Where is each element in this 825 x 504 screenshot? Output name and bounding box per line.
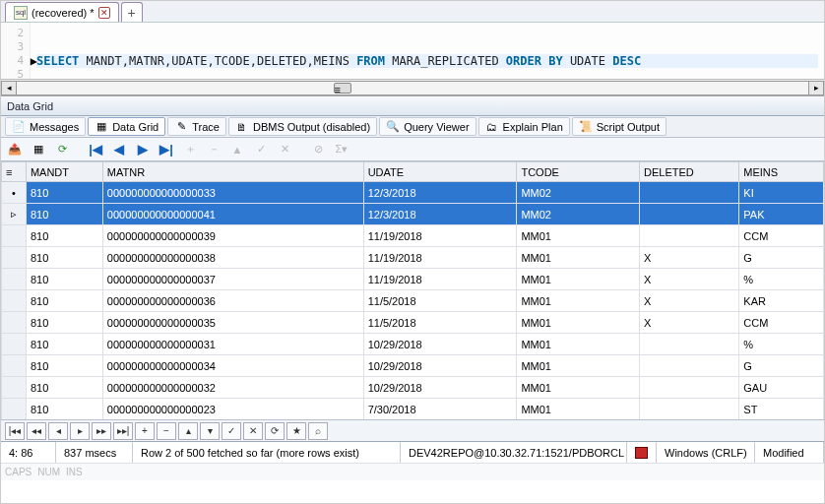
- cell-matnr[interactable]: 000000000000000023: [102, 399, 363, 420]
- last-record-icon[interactable]: ▶|: [157, 140, 176, 159]
- cell-matnr[interactable]: 000000000000000038: [102, 247, 363, 269]
- table-row[interactable]: 81000000000000000003410/29/2018MM01G: [2, 355, 824, 377]
- cell-meins[interactable]: G: [739, 247, 824, 269]
- cell-meins[interactable]: %: [739, 334, 824, 355]
- cell-mandt[interactable]: 810: [26, 247, 102, 269]
- editor-hscroll[interactable]: ◂ ≡ ▸: [1, 80, 824, 96]
- close-icon[interactable]: ✕: [98, 7, 110, 19]
- cell-deleted[interactable]: [640, 334, 739, 355]
- next-record-icon[interactable]: ▶: [133, 140, 153, 159]
- cell-meins[interactable]: KI: [739, 182, 824, 204]
- nav-up-icon[interactable]: ▴: [178, 422, 198, 440]
- cell-meins[interactable]: %: [739, 269, 824, 290]
- tab-datagrid[interactable]: ▦Data Grid: [88, 117, 165, 136]
- tab-query[interactable]: 🔍Query Viewer: [379, 117, 476, 136]
- cell-mandt[interactable]: 810: [26, 290, 102, 312]
- cell-deleted[interactable]: [640, 399, 739, 420]
- cell-udate[interactable]: 10/29/2018: [363, 334, 517, 355]
- sql-code[interactable]: SELECT MANDT,MATNR,UDATE,TCODE,DELETED,M…: [31, 23, 824, 79]
- cell-mandt[interactable]: 810: [26, 204, 102, 225]
- cell-tcode[interactable]: MM01: [517, 399, 640, 420]
- cell-mandt[interactable]: 810: [26, 225, 102, 247]
- cell-tcode[interactable]: MM02: [517, 204, 640, 225]
- cell-matnr[interactable]: 000000000000000034: [102, 355, 363, 377]
- nav-bookmark-icon[interactable]: ★: [286, 422, 306, 440]
- cell-udate[interactable]: 7/30/2018: [363, 399, 517, 420]
- cell-tcode[interactable]: MM01: [517, 355, 640, 377]
- nav-next-icon[interactable]: ▸: [70, 422, 90, 440]
- nav-refresh-icon[interactable]: ⟳: [265, 422, 285, 440]
- sql-editor[interactable]: 2 3 4 5 ▶ SELECT MANDT,MATNR,UDATE,TCODE…: [1, 23, 824, 80]
- cell-deleted[interactable]: [640, 355, 739, 377]
- cell-matnr[interactable]: 000000000000000039: [102, 225, 363, 247]
- cell-deleted[interactable]: [640, 225, 739, 247]
- cell-meins[interactable]: CCM: [739, 225, 824, 247]
- row-selector-header[interactable]: ≡: [2, 162, 27, 182]
- cell-udate[interactable]: 11/19/2018: [363, 269, 517, 290]
- cell-mandt[interactable]: 810: [26, 269, 102, 290]
- cell-tcode[interactable]: MM02: [517, 182, 640, 204]
- col-tcode[interactable]: TCODE: [517, 162, 640, 182]
- cell-tcode[interactable]: MM01: [517, 312, 640, 334]
- nav-add-icon[interactable]: +: [135, 422, 155, 440]
- nav-prevpage-icon[interactable]: ◂◂: [27, 422, 46, 440]
- refresh-icon[interactable]: ⟳: [52, 140, 72, 159]
- cell-tcode[interactable]: MM01: [517, 377, 640, 399]
- nav-prev-icon[interactable]: ◂: [48, 422, 68, 440]
- table-row[interactable]: 81000000000000000003511/5/2018MM01XCCM: [2, 312, 824, 334]
- tab-trace[interactable]: ✎Trace: [167, 117, 226, 136]
- cell-mandt[interactable]: 810: [26, 312, 102, 334]
- cell-matnr[interactable]: 000000000000000033: [102, 182, 363, 204]
- cell-udate[interactable]: 12/3/2018: [363, 204, 517, 225]
- tab-explain[interactable]: 🗂Explain Plan: [478, 117, 570, 136]
- col-mandt[interactable]: MANDT: [26, 162, 102, 182]
- edit-record-icon[interactable]: ▲: [227, 140, 247, 159]
- cell-matnr[interactable]: 000000000000000031: [102, 334, 363, 355]
- cell-mandt[interactable]: 810: [26, 355, 102, 377]
- data-grid[interactable]: ≡ MANDT MATNR UDATE TCODE DELETED MEINS …: [1, 161, 824, 419]
- scroll-track[interactable]: ≡: [17, 81, 808, 95]
- nav-del-icon[interactable]: −: [157, 422, 176, 440]
- first-record-icon[interactable]: |◀: [86, 140, 105, 159]
- cell-meins[interactable]: CCM: [739, 312, 824, 334]
- scroll-right-icon[interactable]: ▸: [808, 81, 824, 95]
- cell-udate[interactable]: 11/19/2018: [363, 225, 517, 247]
- cell-meins[interactable]: G: [739, 355, 824, 377]
- tab-recovered[interactable]: sql (recovered) * ✕: [5, 2, 119, 22]
- cell-deleted[interactable]: X: [640, 247, 739, 269]
- prev-record-icon[interactable]: ◀: [109, 140, 129, 159]
- delete-record-icon[interactable]: －: [204, 140, 223, 159]
- nav-first-icon[interactable]: |◂◂: [5, 422, 25, 440]
- table-row[interactable]: 81000000000000000003611/5/2018MM01XKAR: [2, 290, 824, 312]
- cell-tcode[interactable]: MM01: [517, 247, 640, 269]
- table-row[interactable]: ▹81000000000000000004112/3/2018MM02PAK: [2, 204, 824, 225]
- cell-meins[interactable]: ST: [739, 399, 824, 420]
- filter-icon[interactable]: ⊘: [308, 140, 328, 159]
- cell-tcode[interactable]: MM01: [517, 269, 640, 290]
- cell-matnr[interactable]: 000000000000000041: [102, 204, 363, 225]
- add-tab-button[interactable]: +: [121, 2, 143, 22]
- cell-tcode[interactable]: MM01: [517, 334, 640, 355]
- post-icon[interactable]: ✓: [251, 140, 271, 159]
- cancel-icon[interactable]: ✕: [275, 140, 294, 159]
- col-deleted[interactable]: DELETED: [640, 162, 739, 182]
- table-row[interactable]: 81000000000000000003210/29/2018MM01GAU: [2, 377, 824, 399]
- cell-matnr[interactable]: 000000000000000035: [102, 312, 363, 334]
- table-row[interactable]: 8100000000000000000237/30/2018MM01ST: [2, 399, 824, 420]
- cell-mandt[interactable]: 810: [26, 377, 102, 399]
- sum-icon[interactable]: Σ▾: [332, 140, 351, 159]
- cell-udate[interactable]: 11/5/2018: [363, 290, 517, 312]
- add-record-icon[interactable]: ＋: [180, 140, 200, 159]
- nav-ok-icon[interactable]: ✓: [222, 422, 241, 440]
- cell-mandt[interactable]: 810: [26, 334, 102, 355]
- col-matnr[interactable]: MATNR: [102, 162, 363, 182]
- table-row[interactable]: 81000000000000000003110/29/2018MM01%: [2, 334, 824, 355]
- cell-meins[interactable]: KAR: [739, 290, 824, 312]
- cell-mandt[interactable]: 810: [26, 182, 102, 204]
- nav-nextpage-icon[interactable]: ▸▸: [92, 422, 111, 440]
- cell-tcode[interactable]: MM01: [517, 290, 640, 312]
- cell-deleted[interactable]: [640, 182, 739, 204]
- cell-deleted[interactable]: X: [640, 269, 739, 290]
- table-row[interactable]: 81000000000000000003811/19/2018MM01XG: [2, 247, 824, 269]
- cell-meins[interactable]: GAU: [739, 377, 824, 399]
